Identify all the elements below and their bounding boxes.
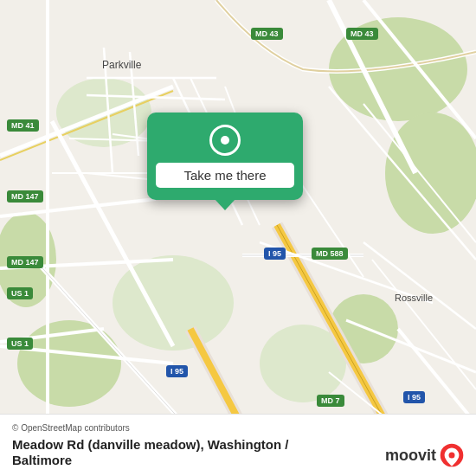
badge-md147-1: MD 147 — [7, 190, 43, 203]
badge-md43-1: MD 43 — [251, 28, 283, 40]
badge-md147-2: MD 147 — [7, 256, 43, 268]
map-svg — [0, 0, 476, 476]
moovit-logo: moovit — [385, 443, 464, 467]
badge-md7: MD 7 — [317, 395, 344, 407]
pin-center — [221, 136, 229, 145]
bottom-bar: © OpenStreetMap contributors Meadow Rd (… — [0, 414, 476, 477]
badge-us1-1: US 1 — [7, 287, 33, 299]
badge-md588: MD 588 — [312, 248, 348, 260]
badge-i95-2: I 95 — [166, 365, 188, 377]
popup-pin-icon — [209, 125, 241, 156]
badge-md43-2: MD 43 — [346, 28, 378, 40]
badge-md41: MD 41 — [7, 119, 39, 132]
moovit-text: moovit — [385, 447, 436, 465]
badge-us1-2: US 1 — [7, 338, 33, 350]
map-popup: Take me there — [147, 113, 303, 200]
svg-point-52 — [449, 453, 455, 459]
location-title: Meadow Rd (danville meadow), Washington … — [12, 436, 288, 453]
svg-point-2 — [385, 113, 476, 234]
moovit-icon — [440, 443, 464, 467]
location-subtitle: Baltimore — [12, 453, 288, 467]
badge-i95-1: I 95 — [264, 248, 286, 260]
map-container: Take me there MD 43 MD 43 MD 41 MD 147 M… — [0, 0, 476, 476]
take-me-there-button[interactable]: Take me there — [156, 163, 294, 188]
badge-i95-3: I 95 — [403, 391, 425, 403]
osm-credit: © OpenStreetMap contributors — [12, 423, 464, 433]
